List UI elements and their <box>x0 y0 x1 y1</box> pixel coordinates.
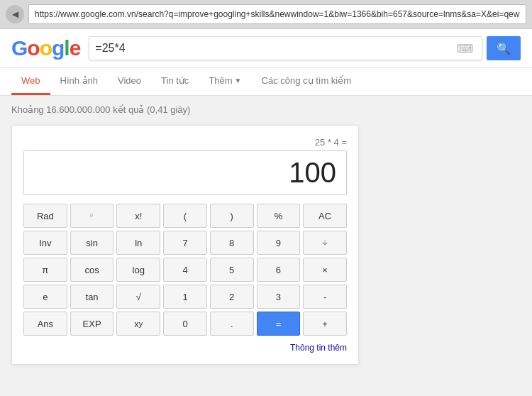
calc-btn-0[interactable]: 0 <box>163 312 207 336</box>
calc-btn-6[interactable]: 6 <box>257 258 301 282</box>
nav-tabs: Web Hình ảnh Video Tin tức Thêm ▼ Các cô… <box>0 68 532 96</box>
address-bar-container <box>28 4 526 24</box>
address-bar[interactable] <box>35 9 520 19</box>
calc-btn-log[interactable]: log <box>116 258 160 282</box>
calc-btn-2[interactable]: 2 <box>210 285 254 309</box>
search-box-wrapper: ⌨ 🔍 <box>89 36 521 60</box>
calc-btn-percent[interactable]: % <box>257 204 301 228</box>
calc-btn-9[interactable]: 9 <box>257 231 301 255</box>
back-button[interactable]: ◀ <box>6 5 24 23</box>
calc-btn-ac[interactable]: AC <box>303 204 347 228</box>
calc-btn-4[interactable]: 4 <box>163 258 207 282</box>
calc-buttons: Rad ⠿ x! ( ) % AC Inv sin ln 7 8 9 ÷ π c… <box>23 204 347 336</box>
calc-btn-factorial[interactable]: x! <box>116 204 160 228</box>
calc-btn-add[interactable]: + <box>303 312 347 336</box>
keyboard-button[interactable]: ⌨ <box>454 42 476 55</box>
calc-btn-sqrt[interactable]: √ <box>116 285 160 309</box>
calculator-card: 25 * 4 = 100 Rad ⠿ x! ( ) % AC Inv sin l… <box>11 125 359 365</box>
calc-btn-multiply[interactable]: × <box>303 258 347 282</box>
logo-o1: o <box>27 36 39 60</box>
nav-buttons: ◀ <box>6 5 24 23</box>
calc-btn-5[interactable]: 5 <box>210 258 254 282</box>
calc-btn-grid[interactable]: ⠿ <box>70 204 114 228</box>
calc-btn-rad[interactable]: Rad <box>23 204 67 228</box>
chevron-down-icon: ▼ <box>235 77 242 84</box>
search-button[interactable]: 🔍 <box>487 36 521 60</box>
calc-btn-dot[interactable]: . <box>210 312 254 336</box>
logo-e: e <box>70 36 81 60</box>
calc-btn-close-paren[interactable]: ) <box>210 204 254 228</box>
calc-btn-8[interactable]: 8 <box>210 231 254 255</box>
search-input[interactable] <box>95 42 454 55</box>
search-input-container: ⌨ <box>89 36 482 60</box>
google-header: Google ⌨ 🔍 <box>0 29 532 68</box>
browser-chrome: ◀ <box>0 0 532 29</box>
calc-btn-3[interactable]: 3 <box>257 285 301 309</box>
logo-g2: g <box>52 36 64 60</box>
calc-btn-exp[interactable]: EXP <box>70 312 114 336</box>
calc-display: 100 <box>23 150 347 195</box>
calc-btn-equals[interactable]: = <box>257 312 301 336</box>
tab-tin-tuc[interactable]: Tin tức <box>151 68 199 95</box>
calc-btn-xy[interactable]: xy <box>116 312 160 336</box>
browser-toolbar: ◀ <box>0 0 532 28</box>
tab-web[interactable]: Web <box>11 68 50 95</box>
calc-equation: 25 * 4 = <box>23 137 347 148</box>
logo-l: l <box>64 36 69 60</box>
calc-btn-tan[interactable]: tan <box>70 285 114 309</box>
logo-g1: G <box>11 36 27 60</box>
logo-o2: o <box>40 36 52 60</box>
calc-btn-1[interactable]: 1 <box>163 285 207 309</box>
more-info-link[interactable]: Thông tin thêm <box>23 343 347 353</box>
calc-btn-cos[interactable]: cos <box>70 258 114 282</box>
google-logo: Google <box>11 36 80 60</box>
tab-video[interactable]: Video <box>108 68 151 95</box>
calc-btn-pi[interactable]: π <box>23 258 67 282</box>
tab-them-label: Thêm <box>209 75 232 86</box>
results-info: Khoảng 16.600.000.000 kết quả (0,41 giây… <box>11 104 521 115</box>
search-icon: 🔍 <box>497 42 511 55</box>
calc-btn-ans[interactable]: Ans <box>23 312 67 336</box>
tab-them[interactable]: Thêm ▼ <box>199 68 251 95</box>
calc-btn-sin[interactable]: sin <box>70 231 114 255</box>
calc-btn-open-paren[interactable]: ( <box>163 204 207 228</box>
calc-btn-subtract[interactable]: - <box>303 285 347 309</box>
tab-cong-cu[interactable]: Các công cụ tìm kiếm <box>252 68 362 95</box>
calc-btn-ln[interactable]: ln <box>116 231 160 255</box>
calc-btn-7[interactable]: 7 <box>163 231 207 255</box>
calc-btn-e[interactable]: e <box>23 285 67 309</box>
calc-btn-divide[interactable]: ÷ <box>303 231 347 255</box>
tab-hinh-anh[interactable]: Hình ảnh <box>50 68 109 95</box>
calc-btn-inv[interactable]: Inv <box>23 231 67 255</box>
main-content: Khoảng 16.600.000.000 kết quả (0,41 giây… <box>0 96 532 373</box>
